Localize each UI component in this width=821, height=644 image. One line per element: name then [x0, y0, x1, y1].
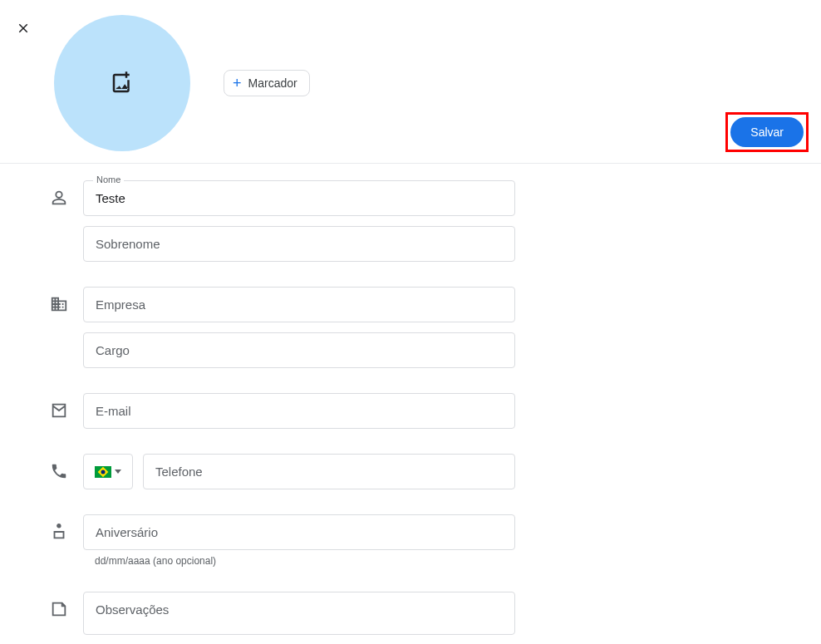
phone-field-wrap [143, 454, 515, 489]
header: + Marcador [0, 0, 821, 151]
firstname-label: Nome [93, 175, 124, 184]
plus-icon: + [233, 76, 242, 91]
marker-label: Marcador [248, 76, 297, 90]
firstname-field-wrap: Nome [83, 180, 515, 216]
email-icon [50, 401, 70, 421]
phone-row [50, 454, 821, 489]
contact-form: Nome [0, 164, 821, 644]
birthday-input[interactable] [83, 514, 515, 550]
add-marker-chip[interactable]: + Marcador [224, 70, 310, 96]
surname-input[interactable] [83, 226, 515, 262]
company-input[interactable] [83, 287, 515, 322]
avatar-upload[interactable] [54, 15, 190, 151]
company-row [50, 287, 821, 368]
chevron-down-icon [115, 469, 121, 474]
notes-row [50, 592, 821, 638]
surname-field-wrap [83, 226, 515, 262]
birthday-helper: dd/mm/aaaa (ano opcional) [95, 555, 515, 567]
jobtitle-input[interactable] [83, 332, 515, 368]
email-row [50, 393, 821, 429]
business-icon [50, 295, 70, 315]
birthday-field-wrap: dd/mm/aaaa (ano opcional) [83, 514, 515, 567]
email-input[interactable] [83, 393, 515, 429]
jobtitle-field-wrap [83, 332, 515, 368]
company-field-wrap [83, 287, 515, 322]
save-button[interactable]: Salvar [730, 117, 804, 147]
cake-icon [50, 523, 70, 543]
person-icon [50, 189, 70, 209]
country-code-select[interactable] [83, 454, 133, 489]
notes-input[interactable] [83, 592, 515, 635]
brazil-flag-icon [95, 466, 111, 478]
name-row: Nome [50, 180, 821, 262]
email-field-wrap [83, 393, 515, 429]
birthday-row: dd/mm/aaaa (ano opcional) [50, 514, 821, 567]
firstname-input[interactable] [83, 180, 515, 216]
phone-input[interactable] [143, 454, 515, 489]
note-icon [50, 600, 70, 620]
add-image-icon [110, 71, 135, 96]
notes-field-wrap [83, 592, 515, 638]
phone-input-group [83, 454, 515, 489]
phone-icon [50, 462, 70, 482]
save-button-highlight: Salvar [725, 112, 809, 152]
